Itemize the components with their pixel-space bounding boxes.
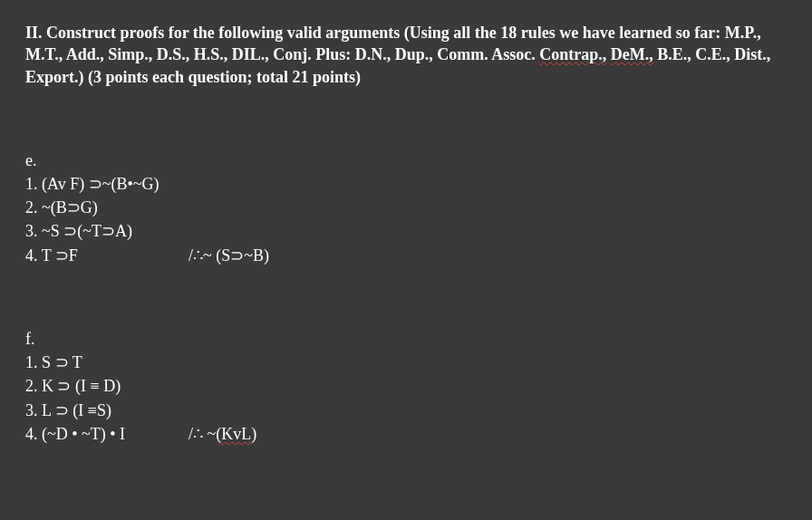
conclusion-f-prefix: /∴ ~( [188,425,221,443]
conclusion-e: /∴~ (S⊃~B) [188,245,269,266]
section-header: II. Construct proofs for the following v… [25,22,787,88]
premise-f-last-row: 4. (~D • ~T) • I /∴ ~(KvL) [25,423,787,445]
premise-f-4: 4. (~D • ~T) • I [25,423,188,445]
premise-e-4: 4. T ⊃F [25,245,188,266]
conclusion-f: /∴ ~(KvL) [188,423,256,445]
premise-e-1: 1. (Av F) ⊃~(B•~G) [25,173,787,195]
problem-f: f. 1. S ⊃ T 2. K ⊃ (I ≡ D) 3. L ⊃ (I ≡S)… [25,330,787,445]
premise-f-1: 1. S ⊃ T [25,351,787,373]
conclusion-f-kvl: KvL [221,425,251,443]
premise-e-3: 3. ~S ⊃(~T⊃A) [25,220,787,242]
header-dem: DeM., [611,45,653,63]
conclusion-f-suffix: ) [251,425,256,443]
problem-e: e. 1. (Av F) ⊃~(B•~G) 2. ~(B⊃G) 3. ~S ⊃(… [25,151,787,266]
premise-e-2: 2. ~(B⊃G) [25,197,787,218]
premise-f-3: 3. L ⊃ (I ≡S) [25,400,787,421]
premise-e-last-row: 4. T ⊃F /∴~ (S⊃~B) [25,245,787,266]
premise-f-2: 2. K ⊃ (I ≡ D) [25,375,787,397]
problem-f-label: f. [25,330,787,349]
problem-e-label: e. [25,151,787,170]
header-contrap: Contrap., [539,45,606,63]
